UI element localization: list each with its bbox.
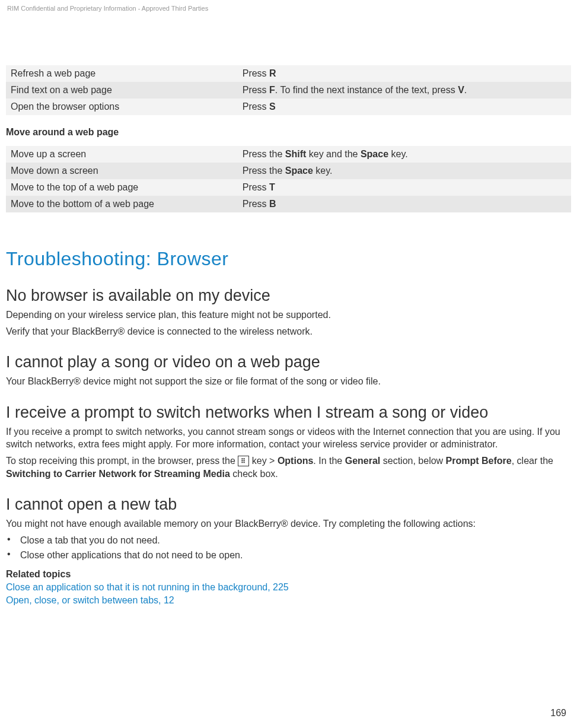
- table-row: Refresh a web page Press R: [6, 65, 571, 82]
- text: key.: [313, 166, 333, 176]
- text: key and the: [306, 149, 361, 159]
- shortcut-action: Move to the top of a web page: [6, 179, 238, 196]
- key-label: R: [269, 68, 276, 78]
- text: check box.: [230, 469, 278, 479]
- bold-text: Options: [278, 456, 313, 466]
- text: . In the: [313, 456, 345, 466]
- related-link[interactable]: Open, close, or switch between tabs, 12: [6, 594, 571, 607]
- table-row: Move up a screen Press the Shift key and…: [6, 146, 571, 163]
- table-row: Move to the bottom of a web page Press B: [6, 196, 571, 212]
- shortcut-key: Press the Space key.: [238, 163, 571, 179]
- subheading-new-tab: I cannot open a new tab: [6, 495, 571, 514]
- text: Press: [243, 68, 269, 78]
- bullet-icon: •: [6, 534, 20, 545]
- text: key.: [388, 149, 408, 159]
- text: key >: [252, 456, 278, 466]
- bold-text: Prompt Before: [446, 456, 512, 466]
- subheading-no-browser: No browser is available on my device: [6, 287, 571, 305]
- text: Press the: [243, 149, 285, 159]
- list-item-text: Close other applications that do not nee…: [20, 549, 243, 562]
- confidential-notice: RIM Confidential and Proprietary Informa…: [6, 5, 571, 12]
- list-item: • Close a tab that you do not need.: [6, 534, 571, 547]
- shortcut-action: Move down a screen: [6, 163, 238, 179]
- text: Press: [243, 101, 269, 112]
- text: Press: [243, 199, 269, 209]
- browser-shortcut-table: Refresh a web page Press R Find text on …: [6, 65, 571, 115]
- key-label: S: [269, 101, 276, 112]
- table-row: Move to the top of a web page Press T: [6, 179, 571, 196]
- paragraph: Verify that your BlackBerry® device is c…: [6, 325, 571, 338]
- bold-text: Switching to Carrier Network for Streami…: [6, 469, 230, 479]
- text: , clear the: [512, 456, 553, 466]
- key-label: Space: [361, 149, 388, 159]
- shortcut-key: Press F. To find the next instance of th…: [238, 82, 571, 98]
- key-label: V: [458, 85, 464, 95]
- text: section, below: [380, 456, 445, 466]
- shortcut-key: Press B: [238, 196, 571, 212]
- bullet-icon: •: [6, 549, 20, 559]
- shortcut-key: Press R: [238, 65, 571, 82]
- related-link[interactable]: Close an application so that it is not r…: [6, 581, 571, 594]
- shortcut-action: Find text on a web page: [6, 82, 238, 98]
- subheading-cannot-play: I cannot play a song or video on a web p…: [6, 353, 571, 371]
- shortcut-key: Press the Shift key and the Space key.: [238, 146, 571, 163]
- table-row: Open the browser options Press S: [6, 98, 571, 115]
- table-row: Find text on a web page Press F. To find…: [6, 82, 571, 98]
- key-label: Space: [285, 166, 313, 176]
- paragraph: You might not have enough available memo…: [6, 517, 571, 530]
- paragraph: To stop receiving this prompt, in the br…: [6, 454, 571, 480]
- key-label: B: [269, 199, 276, 209]
- text: . To find the next instance of the text,…: [275, 85, 458, 95]
- list-item-text: Close a tab that you do not need.: [20, 534, 160, 547]
- key-label: Shift: [285, 149, 307, 159]
- key-label: F: [269, 85, 275, 95]
- related-topics-heading: Related topics: [6, 569, 571, 580]
- paragraph: Your BlackBerry® device might not suppor…: [6, 375, 571, 388]
- shortcut-action: Move up a screen: [6, 146, 238, 163]
- shortcut-action: Open the browser options: [6, 98, 238, 115]
- text: .: [464, 85, 467, 95]
- shortcut-key: Press S: [238, 98, 571, 115]
- text: Press: [243, 182, 269, 192]
- page-title: Troubleshooting: Browser: [6, 248, 571, 270]
- shortcut-action: Refresh a web page: [6, 65, 238, 82]
- paragraph: If you receive a prompt to switch networ…: [6, 425, 571, 451]
- bold-text: General: [345, 456, 381, 466]
- move-around-heading: Move around a web page: [6, 127, 571, 138]
- move-shortcut-table: Move up a screen Press the Shift key and…: [6, 146, 571, 212]
- key-label: T: [269, 182, 275, 192]
- shortcut-key: Press T: [238, 179, 571, 196]
- shortcut-action: Move to the bottom of a web page: [6, 196, 238, 212]
- page-number: 169: [550, 708, 566, 719]
- subheading-switch-networks: I receive a prompt to switch networks wh…: [6, 403, 571, 422]
- text: To stop receiving this prompt, in the br…: [6, 456, 238, 466]
- text: Press the: [243, 166, 285, 176]
- list-item: • Close other applications that do not n…: [6, 549, 571, 562]
- text: Press: [243, 85, 269, 95]
- menu-key-icon: ⠿: [238, 456, 249, 466]
- paragraph: Depending on your wireless service plan,…: [6, 309, 571, 322]
- table-row: Move down a screen Press the Space key.: [6, 163, 571, 179]
